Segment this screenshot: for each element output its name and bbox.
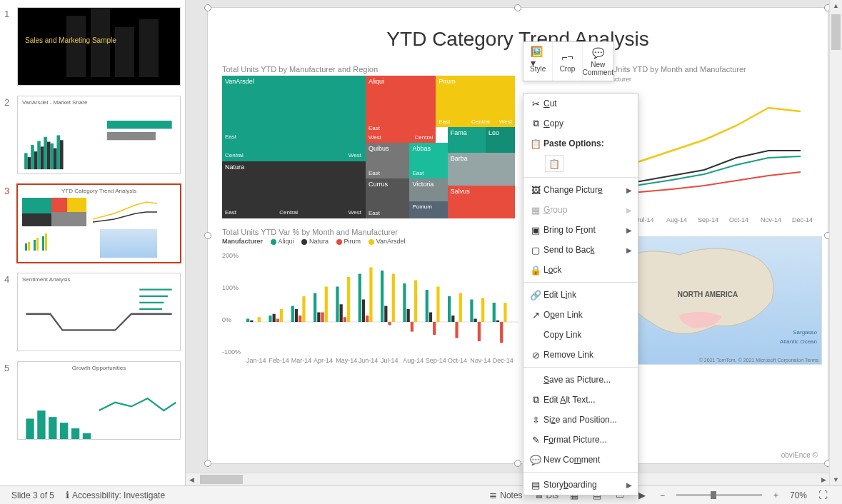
thumbnail-2[interactable]: 2 VanArsdel - Market Share (0, 91, 185, 180)
svg-rect-69 (381, 271, 384, 322)
fit-window-icon: ⛶ (818, 490, 828, 500)
scrollbar-thumb (831, 14, 841, 50)
thumbnail-4[interactable]: 4 Sentiment Analysis (0, 268, 185, 357)
svg-rect-68 (369, 268, 372, 323)
svg-rect-4 (50, 143, 54, 169)
zoom-out-button[interactable]: − (654, 486, 671, 504)
paste-keep-formatting-button[interactable]: 📋 (545, 155, 563, 172)
selection-handle[interactable] (514, 4, 521, 11)
zoom-slider[interactable] (676, 494, 762, 496)
menu-send-to-back[interactable]: ▢Send to Back▶ (523, 240, 638, 260)
selection-handle[interactable] (824, 460, 829, 467)
selection-handle[interactable] (204, 232, 211, 239)
slide-indicator[interactable]: Slide 3 of 5 (6, 486, 60, 504)
chevron-right-icon: ▶ (626, 246, 632, 254)
svg-rect-28 (71, 428, 79, 440)
chevron-right-icon: ▶ (626, 226, 632, 234)
treemap-tile-leo: Leo (486, 127, 515, 153)
thumbnail-3[interactable]: 3 YTD Category Trend Analysis (0, 180, 185, 268)
svg-rect-79 (433, 322, 436, 335)
notes-button[interactable]: ≣Notes (483, 486, 528, 504)
svg-text:Dec-14: Dec-14 (792, 216, 813, 223)
selection-handle[interactable] (204, 4, 211, 11)
menu-format-picture[interactable]: ✎Format Picture... (523, 430, 638, 450)
svg-text:Jan-14: Jan-14 (246, 357, 266, 364)
menu-edit-alt-text[interactable]: ⧉Edit Alt Text... (523, 390, 638, 410)
svg-text:Nov-14: Nov-14 (761, 216, 781, 223)
svg-rect-70 (384, 306, 387, 323)
menu-lock[interactable]: 🔒Lock (523, 260, 638, 280)
change-picture-icon: 🖼 (528, 185, 543, 196)
treemap-tile-barba: Barba (448, 153, 515, 186)
treemap-tile-aliqui: Aliqui East West Central (366, 76, 436, 143)
menu-bring-to-front[interactable]: ▣Bring to Front▶ (523, 220, 638, 240)
fit-to-window-button[interactable]: ⛶ (813, 486, 836, 504)
menu-cut[interactable]: ✂Cut (523, 94, 638, 114)
thumbnail-1[interactable]: 1 Sales and Marketing Sample (0, 3, 185, 91)
zoom-in-button[interactable]: + (768, 486, 784, 504)
zoom-percent[interactable]: 70% (784, 486, 813, 504)
scroll-right-icon: ▶ (818, 473, 829, 485)
svg-rect-51 (276, 319, 279, 323)
chevron-right-icon: ▶ (626, 481, 632, 489)
map-ocean-label: Atlantic Ocean (780, 339, 817, 346)
canvas-horizontal-scrollbar[interactable]: ◀ ▶ (186, 473, 829, 485)
new-comment-button[interactable]: 💬 New Comment (583, 42, 613, 81)
menu-copy-link[interactable]: Copy Link (523, 325, 638, 345)
svg-text:Aug-14: Aug-14 (403, 357, 423, 364)
slide-title: YTD Category Trend Analysis (208, 28, 828, 51)
menu-open-link[interactable]: ↗Open Link (523, 305, 638, 325)
svg-rect-27 (60, 423, 68, 440)
thumbnail-number: 5 (4, 361, 17, 373)
crop-button[interactable]: ⌐¬ Crop (553, 42, 582, 81)
menu-remove-link[interactable]: ⊘Remove Link (523, 345, 638, 365)
svg-rect-73 (403, 283, 406, 322)
svg-rect-56 (302, 296, 305, 322)
selection-handle[interactable] (824, 232, 829, 239)
treemap-tile-quibus: QuibusEast (366, 143, 410, 178)
menu-size-position[interactable]: ⇳Size and Position... (523, 410, 638, 430)
selection-handle[interactable] (204, 460, 211, 467)
svg-text:Dec-14: Dec-14 (493, 357, 513, 364)
thumbnail-preview: YTD Category Trend Analysis (17, 184, 181, 263)
svg-rect-57 (314, 293, 316, 323)
picture-style-icon: 🖼️▾ (531, 51, 545, 64)
paste-icon: 📋 (528, 138, 543, 149)
svg-rect-63 (344, 317, 346, 322)
thumbnail-number: 4 (4, 273, 17, 285)
svg-rect-54 (295, 309, 298, 322)
comment-icon: 💬 (528, 455, 543, 465)
svg-text:Nov-14: Nov-14 (470, 357, 491, 364)
notes-icon: ≣ (489, 490, 497, 500)
remove-link-icon: ⊘ (528, 350, 543, 361)
selection-handle[interactable] (824, 4, 829, 11)
treemap-tile-abbas: AbbasEast (409, 143, 447, 178)
menu-change-picture[interactable]: 🖼Change Picture▶ (523, 180, 638, 200)
svg-text:Jul-14: Jul-14 (636, 216, 654, 223)
style-button[interactable]: 🖼️▾ Style (523, 42, 553, 81)
thumbnail-5[interactable]: 5 Growth Opportunities (0, 357, 185, 445)
menu-edit-link[interactable]: 🔗Edit Link (523, 285, 638, 305)
accessibility-checker[interactable]: ℹAccessibility: Investigate (60, 486, 171, 504)
current-slide[interactable]: YTD Category Trend Analysis Total Units … (207, 7, 828, 464)
slideshow-icon: ▶ (638, 490, 646, 500)
menu-storyboarding[interactable]: ▤Storyboarding▶ (523, 475, 638, 495)
thumbnail-title: Sales and Marketing Sample (25, 36, 116, 44)
bar-chart-title: Total Units YTD Var % by Month and Manuf… (222, 228, 398, 236)
treemap-chart: VanArsdel East Central West Natura East … (222, 76, 515, 218)
rotate-handle[interactable] (518, 0, 532, 1)
svg-rect-46 (250, 321, 253, 322)
svg-rect-53 (291, 306, 294, 323)
svg-rect-52 (280, 309, 283, 322)
treemap-tile-vanarsdel: VanArsdel East Central West (222, 76, 366, 161)
selection-handle[interactable] (514, 460, 521, 467)
menu-save-as-picture[interactable]: Save as Picture... (523, 370, 638, 390)
svg-rect-80 (436, 287, 439, 323)
svg-rect-89 (493, 303, 496, 322)
menu-new-comment[interactable]: 💬New Comment (523, 450, 638, 470)
copy-icon: ⧉ (528, 118, 543, 129)
menu-group: ▦Group▶ (523, 200, 638, 220)
menu-copy[interactable]: ⧉Copy (523, 114, 638, 133)
svg-text:Apr-14: Apr-14 (314, 357, 333, 364)
canvas-vertical-scrollbar[interactable]: ▲ ▼ (829, 0, 842, 485)
